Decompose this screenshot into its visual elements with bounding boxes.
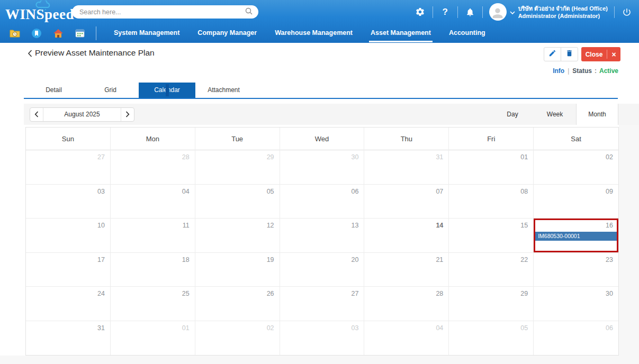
calendar-day-cell[interactable]: 04	[111, 185, 195, 219]
bookmark-icon[interactable]	[31, 29, 42, 38]
prev-month-button[interactable]	[30, 108, 43, 121]
calendar-day-cell[interactable]: 03	[280, 321, 365, 356]
user-menu[interactable]: บริษัท ตัวอย่าง จำกัด (Head Office) Admi…	[489, 3, 608, 21]
nav-item-asset-management[interactable]: Asset Management	[362, 24, 440, 43]
calendar-day-cell[interactable]: 28	[364, 287, 449, 321]
next-month-button[interactable]	[121, 108, 134, 121]
avatar[interactable]	[489, 3, 507, 21]
help-icon[interactable]: ?	[439, 6, 451, 18]
calendar-day-cell[interactable]: 17	[26, 253, 111, 287]
calendar-day-cell[interactable]: 26	[195, 287, 280, 321]
tab-detail[interactable]: Detail	[25, 83, 82, 98]
calendar-day-cell[interactable]: 25	[111, 287, 195, 321]
info-link[interactable]: Info	[553, 67, 564, 75]
calendar-day-cell[interactable]: 14	[364, 219, 449, 253]
day-number: 04	[182, 188, 190, 195]
edit-button[interactable]	[544, 48, 561, 61]
gear-icon[interactable]	[415, 6, 426, 18]
home-icon[interactable]	[53, 29, 64, 38]
calendar-day-cell[interactable]: 19	[195, 253, 280, 287]
view-button-month[interactable]: Month	[576, 104, 618, 125]
search-icon[interactable]	[245, 7, 253, 17]
nav-item-accounting[interactable]: Accounting	[440, 24, 494, 43]
calendar-day-cell[interactable]: 09	[534, 185, 618, 219]
calendar-day-cell[interactable]: 11	[111, 219, 195, 253]
divider	[482, 6, 483, 18]
calendar-day-cell[interactable]: 01	[449, 150, 534, 185]
month-navigator: August 2025	[30, 107, 134, 122]
calendar-day-cell[interactable]: 03	[26, 185, 111, 219]
day-number: 19	[267, 256, 274, 263]
calendar-day-cell[interactable]: 31	[26, 321, 111, 356]
calendar-day-cell[interactable]: 27	[280, 287, 365, 321]
calendar-day-cell[interactable]: 16IM680530-00001	[534, 219, 618, 253]
nav-item-system-management[interactable]: System Management	[105, 24, 188, 43]
nav-item-company-manager[interactable]: Company Manager	[188, 24, 266, 43]
day-number: 29	[267, 153, 274, 161]
calendar-day-cell[interactable]: 18	[111, 253, 195, 287]
calendar-event[interactable]: IM680530-00001	[535, 232, 617, 241]
day-number: 04	[436, 324, 443, 332]
calendar-day-cell[interactable]: 22	[449, 253, 534, 287]
close-x-button[interactable]: ×	[607, 50, 620, 59]
day-number: 21	[436, 256, 443, 263]
calendar-day-cell[interactable]: 07	[364, 185, 449, 219]
search-input[interactable]	[79, 8, 245, 16]
calendar-day-cell[interactable]: 29	[449, 287, 534, 321]
calendar-day-cell[interactable]: 05	[449, 321, 534, 356]
calendar-day-cell[interactable]: 24	[26, 287, 111, 321]
calendar-grid: SunMonTueWedThuFriSat 272829303101020304…	[25, 127, 619, 356]
calendar-day-cell[interactable]: 27	[26, 150, 111, 185]
trash-icon	[565, 49, 573, 59]
view-button-week[interactable]: Week	[534, 104, 576, 125]
calendar-day-cell[interactable]: 05	[195, 185, 280, 219]
calendar-day-cell[interactable]: 04	[364, 321, 449, 356]
day-number: 23	[606, 256, 613, 263]
calendar-day-cell[interactable]: 12	[195, 219, 280, 253]
day-number: 12	[267, 222, 274, 229]
close-button[interactable]: Close ×	[581, 47, 620, 61]
calendar-day-cell[interactable]: 23	[534, 253, 618, 287]
day-number: 28	[436, 290, 443, 297]
bell-icon[interactable]	[464, 6, 476, 18]
calendar-day-cell[interactable]: 02	[195, 321, 280, 356]
calendar-day-cell[interactable]: 31	[364, 150, 449, 185]
tab-calendar[interactable]: Calendar	[139, 83, 195, 98]
calendar-day-cell[interactable]: 29	[195, 150, 280, 185]
delete-button[interactable]	[561, 48, 578, 61]
day-number: 07	[436, 188, 443, 195]
calendar-day-cell[interactable]: 13	[280, 219, 365, 253]
status-label: Status	[572, 67, 592, 75]
day-header-wed: Wed	[280, 128, 365, 150]
tab-grid[interactable]: Grid	[82, 83, 139, 98]
day-number: 24	[97, 290, 105, 297]
power-icon[interactable]	[621, 6, 633, 18]
divider	[614, 6, 615, 18]
back-chevron-icon[interactable]	[28, 50, 32, 59]
status-colon: :	[592, 67, 599, 75]
nav-item-warehouse-management[interactable]: Warehouse Management	[266, 24, 362, 43]
view-button-day[interactable]: Day	[491, 104, 534, 125]
tab-attachment[interactable]: Attachment	[195, 83, 252, 98]
status-badge: Active	[599, 67, 618, 75]
day-number: 18	[182, 256, 190, 263]
calendar-day-cell[interactable]: 28	[111, 150, 195, 185]
calendar-day-cell[interactable]: 30	[534, 287, 618, 321]
bottom-gutter	[0, 356, 639, 364]
calendar-day-cell[interactable]: 08	[449, 185, 534, 219]
calendar-day-cell[interactable]: 15	[449, 219, 534, 253]
calendar-day-cell[interactable]: 10	[26, 219, 111, 253]
calendar-day-cell[interactable]: 06	[280, 185, 365, 219]
calendar-app-icon[interactable]	[75, 29, 85, 38]
calendar-day-cell[interactable]: 30	[280, 150, 365, 185]
calendar-day-cell[interactable]: 02	[534, 150, 618, 185]
calendar-day-cell[interactable]: 21	[364, 253, 449, 287]
right-gutter	[619, 125, 639, 356]
divider	[96, 26, 96, 40]
calendar-day-cell[interactable]: 06	[534, 321, 618, 356]
search-bar[interactable]	[72, 5, 258, 19]
recent-folder-icon[interactable]	[10, 29, 20, 38]
calendar-day-cell[interactable]: 01	[111, 321, 195, 356]
chevron-right-icon	[125, 110, 130, 120]
calendar-day-cell[interactable]: 20	[280, 253, 365, 287]
